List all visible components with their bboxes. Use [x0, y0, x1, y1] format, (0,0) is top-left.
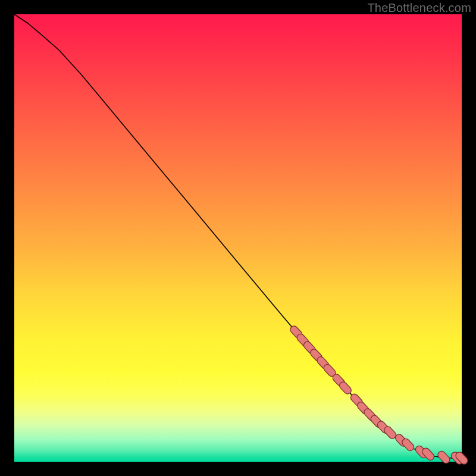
scatter-point — [388, 430, 393, 435]
chart-svg — [14, 14, 462, 462]
scatter-point — [355, 397, 359, 402]
scatter-group — [294, 330, 464, 461]
scatter-point — [321, 361, 325, 365]
plot-area — [14, 14, 462, 462]
scatter-point — [314, 353, 319, 358]
scatter-point — [294, 330, 299, 334]
scatter-point — [459, 456, 464, 461]
curve-line — [14, 14, 462, 458]
scatter-point — [406, 442, 411, 447]
watermark-text: TheBottleneck.com — [367, 1, 471, 15]
scatter-point — [308, 345, 312, 350]
scatter-point — [426, 452, 431, 456]
scatter-point — [343, 386, 348, 390]
scatter-point — [441, 455, 446, 460]
scatter-point — [336, 378, 341, 383]
scatter-point — [327, 368, 332, 373]
scatter-point — [300, 337, 305, 342]
chart-frame: TheBottleneck.com — [0, 0, 476, 476]
